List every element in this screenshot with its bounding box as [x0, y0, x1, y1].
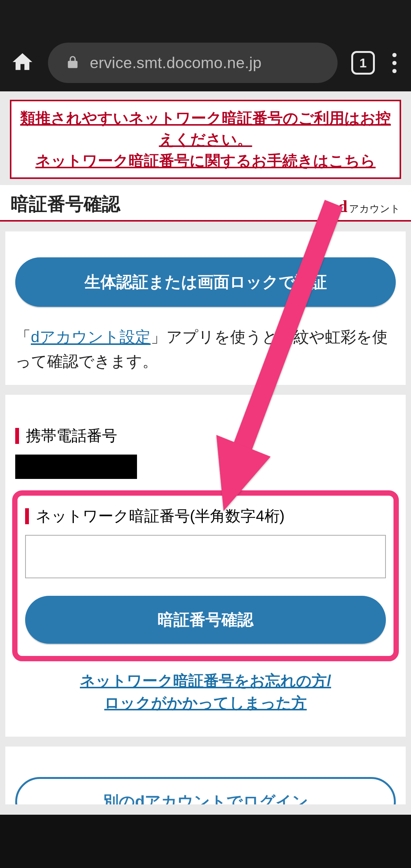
url-text: ervice.smt.docomo.ne.jp: [90, 54, 261, 72]
browser-toolbar: ervice.smt.docomo.ne.jp 1: [0, 34, 411, 91]
url-bar[interactable]: ervice.smt.docomo.ne.jp: [48, 43, 338, 83]
overflow-menu-icon[interactable]: [389, 53, 400, 73]
annotation-highlight-box: ネットワーク暗証番号(半角数字4桁) 暗証番号確認: [12, 490, 399, 661]
page-title: 暗証番号確認: [11, 192, 120, 216]
alt-login-card: 別のdアカウントでログイン: [5, 747, 406, 804]
tab-count: 1: [360, 56, 367, 70]
forgot-pin-link[interactable]: ネットワーク暗証番号をお忘れの方/ ロックがかかってしまった方: [80, 672, 331, 711]
page-content: 類推されやすいネットワーク暗証番号のご利用はお控えください。 ネットワーク暗証番…: [0, 91, 411, 815]
tab-switcher[interactable]: 1: [351, 51, 375, 75]
lock-icon: [65, 55, 80, 71]
d-account-logo: dアカウント: [338, 197, 400, 216]
warning-line-2: ネットワーク暗証番号に関するお手続きはこちら: [15, 150, 396, 171]
warning-line-1: 類推されやすいネットワーク暗証番号のご利用はお控えください。: [15, 107, 396, 150]
confirm-pin-button[interactable]: 暗証番号確認: [25, 596, 386, 644]
phone-number-value-redacted: [15, 455, 137, 479]
alt-d-account-login-button[interactable]: 別のdアカウントでログイン: [15, 777, 396, 804]
status-bar: [0, 0, 411, 34]
phone-number-label: 携帯電話番号: [15, 425, 396, 446]
biometric-help-text: 「dアカウント設定」アプリを使うと指紋や虹彩を使って確認できます。: [15, 325, 396, 373]
warning-banner[interactable]: 類推されやすいネットワーク暗証番号のご利用はお控えください。 ネットワーク暗証番…: [10, 100, 401, 179]
home-icon[interactable]: [11, 50, 34, 75]
network-pin-input[interactable]: [25, 535, 386, 578]
biometric-auth-button[interactable]: 生体認証または画面ロックで認証: [15, 257, 396, 307]
pin-card: 携帯電話番号 ネットワーク暗証番号(半角数字4桁) 暗証番号確認 ネットワーク暗…: [5, 395, 406, 737]
system-nav-bar: [0, 815, 411, 868]
forgot-pin-links: ネットワーク暗証番号をお忘れの方/ ロックがかかってしまった方: [15, 670, 396, 714]
pin-label: ネットワーク暗証番号(半角数字4桁): [25, 506, 386, 527]
biometric-card: 生体認証または画面ロックで認証 「dアカウント設定」アプリを使うと指紋や虹彩を使…: [5, 231, 406, 385]
d-account-settings-link[interactable]: dアカウント設定: [31, 328, 151, 346]
page-header: 暗証番号確認 dアカウント: [0, 185, 411, 222]
